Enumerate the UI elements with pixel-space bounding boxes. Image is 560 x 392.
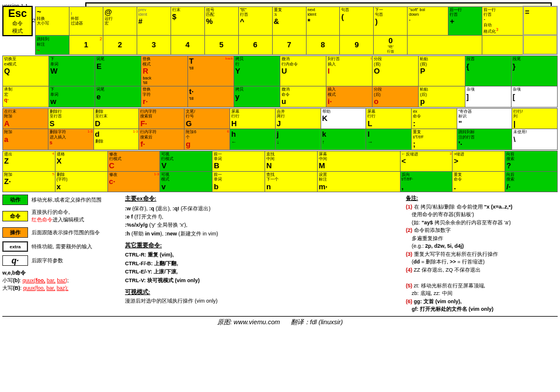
legend-extra: extra 特殊功能, 需要额外的输入 xyxy=(2,241,119,252)
legend-action-desc: 移动光标,或者定义操作的范围 xyxy=(32,196,102,204)
esc-key: Esc 命令模式 xyxy=(2,6,33,36)
visual-mode-title: 可视模式: xyxy=(125,288,400,296)
legend-action-box: 动作 xyxy=(2,195,28,205)
legend-q-desc: 后跟字符参数 xyxy=(32,257,63,265)
footer-original: 原图: www.viemu.com xyxy=(217,318,280,325)
footer: 原图: www.viemu.com 翻译：fdl (linuxsir) xyxy=(2,316,558,327)
legend-command-desc: 直接执行的命令,红色命令进入编辑模式 xyxy=(32,209,84,224)
ex-commands-list: :w (保存), :q (退出), :q! (不保存退出) :e f (打开文件… xyxy=(125,204,400,238)
visual-mode-desc: 漫游后对选中的区域执行操作 (vim only) xyxy=(125,297,400,305)
other-commands: 其它重要命令: CTRL-R: 重复 (vim), CTRL-F/-B: 上翻/… xyxy=(125,241,400,285)
legend-left: 动作 移动光标,或者定义操作的范围 命令 直接执行的命令,红色命令进入编辑模式 … xyxy=(2,195,119,314)
legend-operation-desc: 后面跟随表示操作范围的指令 xyxy=(32,229,100,237)
other-commands-list: CTRL-R: 重复 (vim), CTRL-F/-B: 上翻/下翻, CTRL… xyxy=(125,251,400,285)
legend-operation-box: 操作 xyxy=(2,227,28,238)
legend-operation: 操作 后面跟随表示操作范围的指令 xyxy=(2,227,119,238)
ex-commands-title: 主要ex命令: xyxy=(125,195,400,203)
legend-command-box: 命令 xyxy=(2,211,28,221)
footer-translator: 翻译：fdl (linuxsir) xyxy=(291,318,343,325)
legend-extra-desc: 特殊功能, 需要额外的输入 xyxy=(32,243,92,251)
legend-section: 动作 移动光标,或者定义操作的范围 命令 直接执行的命令,红色命令进入编辑模式 … xyxy=(2,195,558,314)
notes-list: (1) 在 拷贝/粘贴/删除 命令前使用 "x (x=a..z,*) 使用命令的… xyxy=(406,203,558,314)
legend-q: q· 后跟字符参数 xyxy=(2,255,119,266)
visual-mode: 可视模式: 漫游后对选中的区域执行操作 (vim only) xyxy=(125,288,400,305)
page-wrapper: version 1.1 April 1st, 06 翻译:2006-5-22 v… xyxy=(0,0,560,329)
other-commands-title: 其它重要命令: xyxy=(125,241,400,249)
notes-title: 备注: xyxy=(406,195,558,202)
main-commands: 主要ex命令: :w (保存), :q (退出), :q! (不保存退出) :e… xyxy=(125,195,400,314)
legend-q-box: q· xyxy=(2,255,28,266)
notes-section: 备注: (1) 在 拷贝/粘贴/删除 命令前使用 "x (x=a..z,*) 使… xyxy=(406,195,558,314)
legend-action: 动作 移动光标,或者定义操作的范围 xyxy=(2,195,119,205)
legend-command: 命令 直接执行的命令,红色命令进入编辑模式 xyxy=(2,209,119,224)
legend-extra-box: extra xyxy=(2,241,28,252)
wb-commands: w,e,b命令 小写(b): quux(foo, bar, baz); 大写(B… xyxy=(2,269,119,292)
